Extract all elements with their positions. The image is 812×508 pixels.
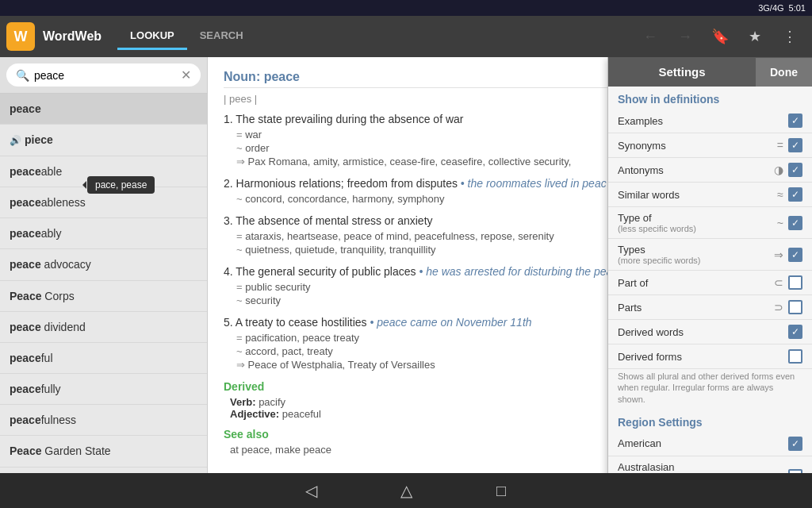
bottom-nav: ◁ △ □ — [0, 473, 812, 508]
sidebar-item-peace-advocacy[interactable]: peace advocacy — [0, 249, 207, 280]
sidebar-item-suffix: ableness — [41, 196, 86, 209]
forward-button[interactable]: → — [669, 21, 701, 52]
settings-type-of[interactable]: Type of (less specific words) ~ — [608, 207, 812, 239]
settings-derived-words-label: Derived words — [618, 326, 788, 338]
content-area: Noun: peace | pees | 1. The state prevai… — [208, 57, 812, 473]
synonyms-symbol: = — [777, 139, 783, 152]
types-symbol: ⇒ — [774, 248, 783, 261]
settings-derived-forms[interactable]: Derived forms — [608, 344, 812, 369]
def-text-4: The general security of public places — [236, 265, 416, 278]
settings-parts[interactable]: Parts ⊃ — [608, 295, 812, 320]
sidebar-item-prefix: Peace — [10, 290, 41, 302]
time-display: 5:01 — [789, 3, 806, 13]
settings-types-sub: (more specific words) — [618, 256, 774, 265]
sidebar-item-prefix: peace — [10, 227, 41, 240]
part-of-checkbox[interactable] — [788, 275, 802, 290]
more-button[interactable]: ⋮ — [774, 21, 806, 52]
sidebar-item-peacefully[interactable]: peacefully — [0, 374, 207, 405]
sidebar-item-suffix: ful — [41, 352, 53, 364]
examples-checkbox[interactable] — [788, 114, 802, 128]
home-nav-button[interactable]: △ — [390, 475, 422, 506]
def-text-3: The absence of mental stress or anxiety — [236, 214, 432, 227]
australasian-checkbox[interactable] — [788, 469, 802, 473]
sidebar-item-prefix: peace — [10, 414, 41, 426]
sidebar-item-piece[interactable]: 🔊piece — [0, 125, 207, 156]
settings-american-label: American — [618, 437, 788, 449]
search-icon: 🔍 — [16, 69, 29, 82]
sidebar-item-label: piece — [25, 133, 53, 146]
back-nav-button[interactable]: ◁ — [295, 475, 327, 506]
type-of-symbol: ~ — [777, 217, 783, 229]
sidebar-item-peace-initiative[interactable]: peace initiative — [0, 468, 207, 473]
part-of-symbol: ⊂ — [774, 276, 783, 289]
back-button[interactable]: ← — [634, 21, 666, 52]
settings-antonyms[interactable]: Antonyms ◑ — [608, 158, 812, 183]
derived-forms-note: Shows all plural and other derived forms… — [608, 369, 812, 410]
top-nav: W WordWeb LOOKUP SEARCH ← → 🔖 ★ ⋮ — [0, 16, 812, 57]
app-name: WordWeb — [43, 29, 102, 44]
tab-search[interactable]: SEARCH — [187, 23, 256, 50]
sidebar-item-suffix: advocacy — [41, 258, 91, 271]
settings-synonyms[interactable]: Synonyms = — [608, 133, 812, 158]
settings-types[interactable]: Types (more specific words) ⇒ — [608, 239, 812, 271]
sidebar-item-peaceful[interactable]: peaceful — [0, 343, 207, 374]
settings-antonyms-label: Antonyms — [618, 164, 774, 176]
american-checkbox[interactable] — [788, 437, 802, 451]
sidebar-item-suffix: ably — [41, 227, 62, 240]
settings-header: Settings Done — [608, 57, 812, 87]
sidebar-item-prefix: Peace — [10, 444, 41, 457]
sidebar-item-suffix: Corps — [41, 290, 74, 302]
sidebar-item-peace-dividend[interactable]: peace dividend — [0, 312, 207, 343]
derived-forms-checkbox[interactable] — [788, 349, 802, 364]
sidebar-item-peaceably[interactable]: peaceably — [0, 218, 207, 249]
top-nav-actions: ← → 🔖 ★ ⋮ — [634, 21, 806, 52]
settings-types-label: Types — [618, 244, 774, 256]
main-area: 🔍 ✕ pace, pease peace 🔊piece peaceable p… — [0, 57, 812, 473]
star-button[interactable]: ★ — [739, 21, 771, 52]
def-text-1: The state prevailing during the absence … — [236, 113, 463, 125]
antonyms-checkbox[interactable] — [788, 163, 802, 177]
sidebar-item-peacefulness[interactable]: peacefulness — [0, 405, 207, 436]
sidebar-item-prefix: peace — [10, 258, 41, 271]
settings-similar-words[interactable]: Similar words ≈ — [608, 183, 812, 207]
similar-words-checkbox[interactable] — [788, 187, 802, 202]
settings-part-of[interactable]: Part of ⊂ — [608, 271, 812, 295]
sidebar-item-suffix: dividend — [41, 321, 86, 333]
settings-australasian[interactable]: Australasian Includes British (except UK… — [608, 456, 812, 473]
sidebar-item-suffix: fully — [41, 383, 61, 395]
sidebar-item-peace-corps[interactable]: Peace Corps — [0, 281, 207, 312]
speaker-icon: 🔊 — [10, 135, 21, 146]
app-icon: W — [6, 22, 35, 51]
done-button[interactable]: Done — [756, 58, 812, 87]
settings-australasian-label: Australasian — [618, 461, 788, 473]
sidebar-item-prefix: peace — [10, 321, 41, 333]
sidebar-item-prefix: peace — [10, 165, 41, 178]
types-checkbox[interactable] — [788, 248, 802, 262]
settings-derived-forms-label: Derived forms — [618, 351, 788, 363]
tab-lookup[interactable]: LOOKUP — [117, 23, 187, 50]
search-wrapper: 🔍 ✕ — [6, 64, 201, 87]
sidebar-item-suffix: Garden State — [41, 444, 110, 457]
sidebar-item-prefix: peace — [10, 383, 41, 395]
sidebar-item-prefix: peace — [10, 352, 41, 364]
settings-examples[interactable]: Examples — [608, 109, 812, 133]
synonyms-checkbox[interactable] — [788, 138, 802, 152]
recent-nav-button[interactable]: □ — [485, 475, 517, 506]
settings-synonyms-label: Synonyms — [618, 140, 777, 152]
status-bar: 3G/4G 5:01 — [0, 0, 812, 16]
derived-words-checkbox[interactable] — [788, 325, 802, 339]
def-example-2: • the roommates lived in peac… — [461, 177, 618, 190]
sidebar-item-peace[interactable]: peace — [0, 94, 207, 125]
settings-type-of-sub: (less specific words) — [618, 224, 777, 233]
bookmark-button[interactable]: 🔖 — [704, 21, 736, 52]
type-of-checkbox[interactable] — [788, 216, 802, 230]
similar-words-symbol: ≈ — [777, 188, 783, 201]
def-example-4: • he was arrested for disturbing the pea… — [419, 265, 623, 278]
settings-american[interactable]: American — [608, 432, 812, 456]
sidebar-item-peace-garden-state[interactable]: Peace Garden State — [0, 436, 207, 467]
sidebar: 🔍 ✕ pace, pease peace 🔊piece peaceable p… — [0, 57, 208, 473]
search-input[interactable] — [34, 69, 181, 82]
settings-derived-words[interactable]: Derived words — [608, 320, 812, 344]
clear-search-button[interactable]: ✕ — [181, 67, 191, 83]
parts-checkbox[interactable] — [788, 300, 802, 314]
